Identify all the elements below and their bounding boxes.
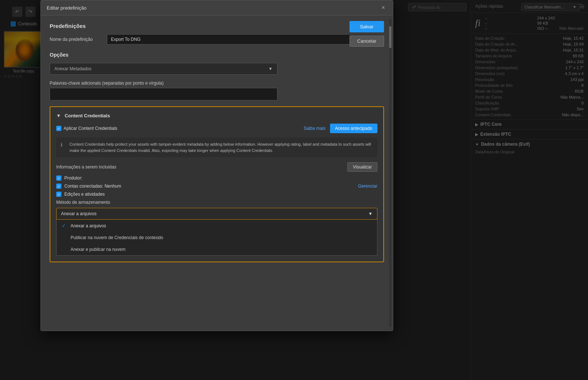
produtor-label: Produtor: bbox=[64, 175, 82, 181]
modal-body: Predefinições Nome da predefinição Salva… bbox=[41, 15, 393, 270]
palavras-chave-label: Palavras-chave adicionais (separadas por… bbox=[50, 81, 384, 86]
saiba-mais-link[interactable]: Saiba mais bbox=[304, 126, 325, 131]
modal-title: Editar predefinição bbox=[47, 5, 86, 11]
contas-row: ✓ Contas conectadas: Nenhum Gerenciar bbox=[56, 184, 377, 189]
aplicar-cc-checkbox[interactable]: ✓ bbox=[56, 126, 61, 131]
cc-chevron-down-icon: ▼ bbox=[56, 113, 61, 118]
modal-overlay: Editar predefinição × Predefinições Nome… bbox=[0, 0, 588, 380]
chevron-down-icon: ▼ bbox=[268, 66, 273, 71]
aplicar-cc-label: Aplicar Content Credentials bbox=[64, 126, 117, 131]
edicoes-row: ✓ Edições e atividades bbox=[56, 192, 377, 197]
cc-row1: ✓ Aplicar Content Credentials Saiba mais… bbox=[56, 124, 377, 133]
metodo-selected-label: Anexar a arquivos bbox=[61, 211, 97, 216]
anexar-metadados-dropdown[interactable]: Anexar Metadados ▼ bbox=[50, 63, 277, 75]
modal-actions: Salvar Cancelar bbox=[349, 21, 384, 47]
informacoes-label: Informações a serem incluídas bbox=[56, 164, 116, 170]
edicoes-label: Edições e atividades bbox=[64, 192, 105, 197]
info-icon: ℹ bbox=[61, 141, 62, 149]
edit-predefinicao-modal: Editar predefinição × Predefinições Nome… bbox=[40, 0, 393, 331]
dropdown-item-anexar-arquivos[interactable]: ✓ Anexar a arquivos bbox=[57, 220, 377, 232]
dropdown-item-publicar-nuvem[interactable]: Publicar na nuvem de Credenciais de cont… bbox=[57, 232, 377, 244]
content-credentials-box: ▼ Content Credentials ✓ Aplicar Content … bbox=[50, 106, 384, 262]
acesso-antecipado-button[interactable]: Acesso antecipado bbox=[330, 124, 377, 133]
aplicar-cc-checkbox-wrapper: ✓ Aplicar Content Credentials bbox=[56, 126, 117, 131]
chevron-down-icon: ▼ bbox=[368, 211, 373, 216]
nome-predefinicao-label: Nome da predefinição bbox=[50, 37, 101, 42]
modal-titlebar: Editar predefinição × bbox=[41, 0, 393, 15]
gerenciar-link[interactable]: Gerenciar bbox=[358, 184, 377, 189]
modal-close-button[interactable]: × bbox=[380, 4, 387, 11]
nome-predefinicao-input[interactable] bbox=[107, 34, 384, 45]
cc-info-text: Content Credentials help protect your as… bbox=[69, 142, 371, 153]
edicoes-checkbox[interactable]: ✓ bbox=[56, 192, 61, 197]
cancel-button[interactable]: Cancelar bbox=[349, 35, 384, 47]
metodo-label: Método de armazenamento bbox=[56, 200, 377, 205]
visualizar-button[interactable]: Visualizar bbox=[347, 162, 377, 172]
contas-checkbox[interactable]: ✓ bbox=[56, 184, 61, 189]
contas-label: Contas conectadas: Nenhum bbox=[64, 184, 121, 189]
opcoes-section-title: Opções bbox=[50, 52, 384, 58]
palavras-chave-input[interactable] bbox=[50, 88, 277, 100]
save-button[interactable]: Salvar bbox=[349, 21, 384, 32]
anexar-metadados-label: Anexar Metadados bbox=[54, 66, 92, 71]
cc-section-title: Content Credentials bbox=[65, 113, 110, 118]
dropdown-item-anexar-publicar[interactable]: Anexar e publicar na nuvem bbox=[57, 244, 377, 255]
modal-scrollbar-thumb[interactable] bbox=[389, 26, 391, 48]
produtor-checkbox[interactable]: ✓ bbox=[56, 175, 61, 181]
cc-info-box: ℹ Content Credentials help protect your … bbox=[56, 138, 377, 157]
cc-header: ▼ Content Credentials bbox=[56, 113, 377, 118]
produtor-row: ✓ Produtor: bbox=[56, 175, 377, 181]
modal-scrollbar-track bbox=[389, 19, 391, 327]
informacoes-row: Informações a serem incluídas Visualizar bbox=[56, 162, 377, 172]
metodo-dropdown[interactable]: Anexar a arquivos ▼ bbox=[56, 208, 377, 220]
preset-name-row: Nome da predefinição bbox=[50, 34, 384, 45]
predefinicoes-section-title: Predefinições bbox=[50, 23, 384, 29]
checkmark-icon: ✓ bbox=[62, 223, 68, 228]
metodo-dropdown-menu: ✓ Anexar a arquivos Publicar na nuvem de… bbox=[56, 220, 377, 256]
